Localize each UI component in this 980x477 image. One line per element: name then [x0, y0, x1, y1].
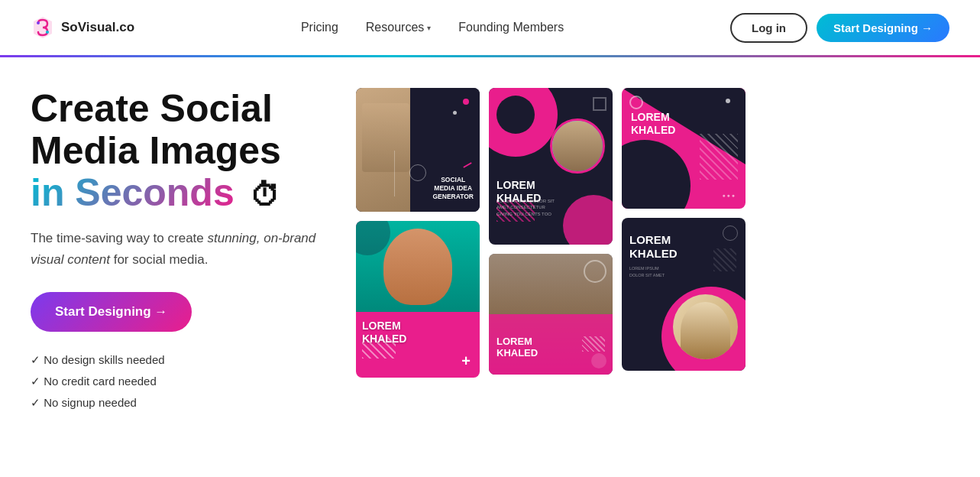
hero-title-gradient: in Seconds	[31, 171, 234, 214]
header-actions: Log in Start Designing →	[730, 13, 949, 43]
nav-resources-label: Resources	[366, 21, 424, 34]
subtitle-before: The time-saving way to create	[31, 231, 207, 245]
svg-point-1	[37, 21, 40, 24]
image-col-2: LOREMKHALED LOREM IPSUM DOLOR SITAMET CO…	[489, 88, 613, 375]
checklist-item-2: ✓ No credit card needed	[31, 375, 344, 388]
card-label-social: SOCIALMEDIA IDEAGENERATOR	[432, 176, 474, 201]
card-plus-icon: +	[461, 352, 471, 370]
logo-icon	[31, 15, 55, 40]
hero-subtitle: The time-saving way to create stunning, …	[31, 228, 344, 271]
nav-founding[interactable]: Founding Members	[458, 21, 564, 34]
card-laughing-woman: LOREMKHALED	[489, 254, 613, 375]
main-content: Create Social Media Images in Seconds ⏱ …	[0, 57, 980, 425]
hero-title-line1: Create Social	[31, 87, 273, 130]
card-label-lorem4: LOREMKHALED	[631, 111, 675, 137]
image-col-3: LOREMKHALED ● ● ● LOREMKHALED LOREM IPSU…	[622, 88, 746, 371]
checklist-item-1: ✓ No design skills needed	[31, 353, 344, 367]
image-grid: SOCIALMEDIA IDEAGENERATOR LOREMKHALED +	[356, 88, 949, 378]
card-label-lorem5: LOREMKHALED	[629, 233, 678, 261]
hero-title-line2: Media Images	[31, 129, 281, 172]
hero-section: Create Social Media Images in Seconds ⏱ …	[31, 88, 344, 410]
start-designing-header-button[interactable]: Start Designing →	[817, 14, 949, 42]
nav-resources[interactable]: Resources ▾	[366, 21, 431, 34]
checklist-item-3: ✓ No signup needed	[31, 396, 344, 410]
logo[interactable]: SoVisual.co	[31, 15, 134, 40]
header: SoVisual.co Pricing Resources ▾ Founding…	[0, 0, 980, 55]
card-dark-circle-person: LOREMKHALED LOREM IPSUMDOLOR SIT AMET	[622, 218, 746, 371]
logo-text: SoVisual.co	[61, 20, 134, 35]
login-button[interactable]: Log in	[730, 13, 807, 43]
main-nav: Pricing Resources ▾ Founding Members	[301, 21, 564, 34]
card-pink-woman: LOREMKHALED +	[356, 221, 480, 378]
hero-emoji: ⏱	[250, 178, 280, 212]
card-label-lorem3: LOREMKHALED	[496, 336, 538, 359]
card-geometric-pink: LOREMKHALED ● ● ●	[622, 88, 746, 209]
svg-point-2	[46, 31, 49, 34]
image-col-1: SOCIALMEDIA IDEAGENERATOR LOREMKHALED +	[356, 88, 480, 378]
card-social-media-idea: SOCIALMEDIA IDEAGENERATOR	[356, 88, 480, 212]
subtitle-after: for social media.	[110, 252, 209, 267]
card-dark-portrait: LOREMKHALED LOREM IPSUM DOLOR SITAMET CO…	[489, 88, 613, 245]
chevron-down-icon: ▾	[427, 24, 431, 32]
hero-title: Create Social Media Images in Seconds ⏱	[31, 88, 344, 214]
nav-pricing[interactable]: Pricing	[301, 21, 338, 34]
checklist: ✓ No design skills needed ✓ No credit ca…	[31, 353, 344, 410]
start-designing-cta-button[interactable]: Start Designing →	[31, 292, 192, 332]
card-label-lorem1: LOREMKHALED	[362, 320, 406, 346]
